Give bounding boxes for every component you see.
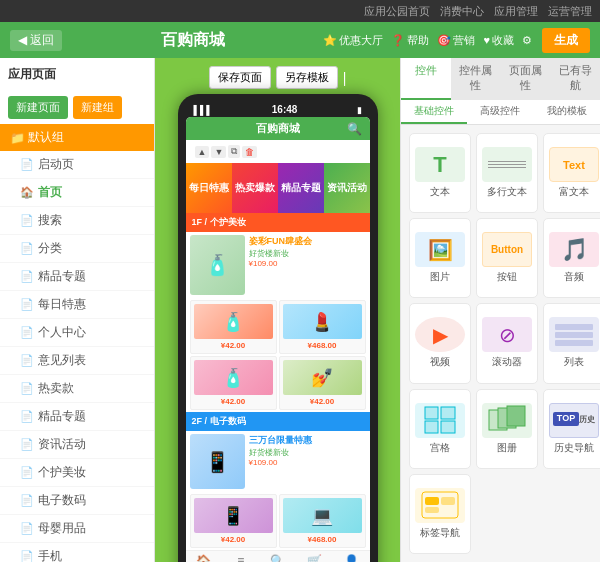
product-item-3[interactable]: 🧴 ¥42.00 [190,356,277,410]
right-panel: 控件 控件属性 页面属性 已有导航 基础控件 高级控件 我的模板 T 文本 [400,58,600,562]
nav-link-marketing[interactable]: 🎯 营销 [437,33,475,48]
nav-link-favorite[interactable]: ♥ 收藏 [483,33,514,48]
another-template-button[interactable]: 另存模板 [276,66,338,89]
sidebar-group-label: 默认组 [28,129,64,146]
phone-nav-category[interactable]: ≡ 分类 [222,551,259,562]
widget-tag[interactable]: 标签导航 [409,474,471,554]
phone-promo2-info: 三万台限量特惠 好货楼新妆 ¥109.00 [249,434,312,489]
sidebar-item-hotitems[interactable]: 📄 热卖款 [0,375,154,403]
top-nav-app-link[interactable]: 应用公园首页 [364,4,430,19]
page-icon-home: 🏠 [20,186,34,199]
product-item-2[interactable]: 💄 ¥468.00 [279,300,366,354]
top-nav-manage-link[interactable]: 应用管理 [494,4,538,19]
sidebar-item-label-electronics: 电子数码 [38,492,86,509]
widget-scroll[interactable]: ⊘ 滚动器 [476,303,538,383]
sidebar-item-electronics[interactable]: 📄 电子数码 [0,487,154,515]
nav-link-help[interactable]: ❓ 帮助 [391,33,429,48]
top-nav-operation-link[interactable]: 运营管理 [548,4,592,19]
phone-time: 16:48 [272,104,298,115]
banner-tab-hot[interactable]: 热卖爆款 [232,163,278,213]
right-tab-page-props[interactable]: 页面属性 [501,58,551,100]
sidebar-item-news[interactable]: 📄 资讯活动 [0,431,154,459]
ctrl-delete-button[interactable]: 🗑 [242,146,257,158]
product-price-2: ¥468.00 [283,341,362,350]
sidebar-item-featured2[interactable]: 📄 精品专题 [0,403,154,431]
svg-rect-6 [507,406,525,426]
widget-image-label: 图片 [430,270,450,284]
new-group-button[interactable]: 新建组 [73,96,122,119]
new-page-button[interactable]: 新建页面 [8,96,68,119]
widget-image[interactable]: 🖼️ 图片 [409,218,471,298]
phone-nav-home[interactable]: 🏠 首页 [186,551,223,562]
widget-text[interactable]: T 文本 [409,133,471,213]
phone-search-icon[interactable]: 🔍 [347,122,362,136]
widget-grid[interactable]: 宫格 [409,389,471,469]
back-arrow-icon: ◀ [18,33,27,47]
phone-promo2-title: 三万台限量特惠 [249,434,312,447]
widget-richtext[interactable]: Text 富文本 [543,133,600,213]
widget-scroll-label: 滚动器 [492,355,522,369]
page-icon-featured2: 📄 [20,410,34,423]
sidebar-item-home[interactable]: 🏠 首页 [0,179,154,207]
save-bar: 保存页面 另存模板 | [209,66,347,89]
product-item-5[interactable]: 📱 ¥42.00 [190,494,277,548]
sidebar-item-label-featured: 精品专题 [38,268,86,285]
phone-nav-discover[interactable]: 🔍 发现 [259,551,296,562]
right-tab-widget-props[interactable]: 控件属性 [451,58,501,100]
banner-tab-daily[interactable]: 每日特惠 [186,163,232,213]
widget-history[interactable]: TOP 历史 历史导航 [543,389,600,469]
sidebar-item-opinion[interactable]: 📄 意见列表 [0,347,154,375]
phone-banner-tabs: 每日特惠 热卖爆款 精品专题 资讯活动 [186,163,370,213]
page-icon-news: 📄 [20,438,34,451]
right-tab-widgets[interactable]: 控件 [401,58,451,100]
generate-button[interactable]: 生成 [542,28,590,53]
page-icon-search: 📄 [20,214,34,227]
product-price-5: ¥42.00 [194,535,273,544]
sidebar-item-daily[interactable]: 📄 每日特惠 [0,291,154,319]
banner-tab-news[interactable]: 资讯活动 [324,163,370,213]
widget-video[interactable]: ▶ 视频 [409,303,471,383]
svg-rect-0 [425,407,438,419]
sidebar-item-featured[interactable]: 📄 精品专题 [0,263,154,291]
app-title: 百购商城 [72,30,313,51]
folder-icon: 📁 [10,131,25,145]
phone-promo1-info: 姿彩FUN肆盛会 好货楼新妆 ¥109.00 [249,235,313,295]
ctrl-up-button[interactable]: ▲ [195,146,210,158]
widget-album[interactable]: 图册 [476,389,538,469]
sidebar-item-search[interactable]: 📄 搜索 [0,207,154,235]
sidebar-item-launch[interactable]: 📄 启动页 [0,151,154,179]
product-item-1[interactable]: 🧴 ¥42.00 [190,300,277,354]
widget-audio[interactable]: 🎵 音频 [543,218,600,298]
ctrl-copy-button[interactable]: ⧉ [228,145,240,158]
right-tab-nav[interactable]: 已有导航 [550,58,600,100]
top-nav-consumer-link[interactable]: 消费中心 [440,4,484,19]
nav-link-settings[interactable]: ⚙ [522,34,532,47]
subtab-templates[interactable]: 我的模板 [534,100,600,124]
phone-promo1-sub: 好货楼新妆 [249,248,313,259]
ctrl-down-button[interactable]: ▼ [211,146,226,158]
nav-link-promo[interactable]: ⭐ 优惠大厅 [323,33,383,48]
sidebar-item-personal[interactable]: 📄 个人中心 [0,319,154,347]
save-page-button[interactable]: 保存页面 [209,66,271,89]
subtab-advanced[interactable]: 高级控件 [467,100,533,124]
page-icon-electronics: 📄 [20,494,34,507]
sidebar-item-baby[interactable]: 📄 母婴用品 [0,515,154,543]
phone-nav-cart[interactable]: 🛒 购物车 [296,551,333,562]
widget-richtext-label: 富文本 [559,185,589,199]
product-price-6: ¥468.00 [283,535,362,544]
subtab-basic[interactable]: 基础控件 [401,100,467,124]
product-price-1: ¥42.00 [194,341,273,350]
sidebar-item-beauty[interactable]: 📄 个护美妆 [0,459,154,487]
widget-list[interactable]: 列表 [543,303,600,383]
page-icon-launch: 📄 [20,158,34,171]
second-nav-links: ⭐ 优惠大厅 ❓ 帮助 🎯 营销 ♥ 收藏 ⚙ [323,33,532,48]
back-button[interactable]: ◀ 返回 [10,30,62,51]
widget-multitext[interactable]: 多行文本 [476,133,538,213]
banner-tab-featured[interactable]: 精品专题 [278,163,324,213]
sidebar-item-phone[interactable]: 📄 手机 [0,543,154,562]
phone-nav-mine[interactable]: 👤 我的 [333,551,370,562]
product-item-6[interactable]: 💻 ¥468.00 [279,494,366,548]
sidebar-item-category[interactable]: 📄 分类 [0,235,154,263]
widget-button[interactable]: Button 按钮 [476,218,538,298]
product-item-4[interactable]: 💅 ¥42.00 [279,356,366,410]
